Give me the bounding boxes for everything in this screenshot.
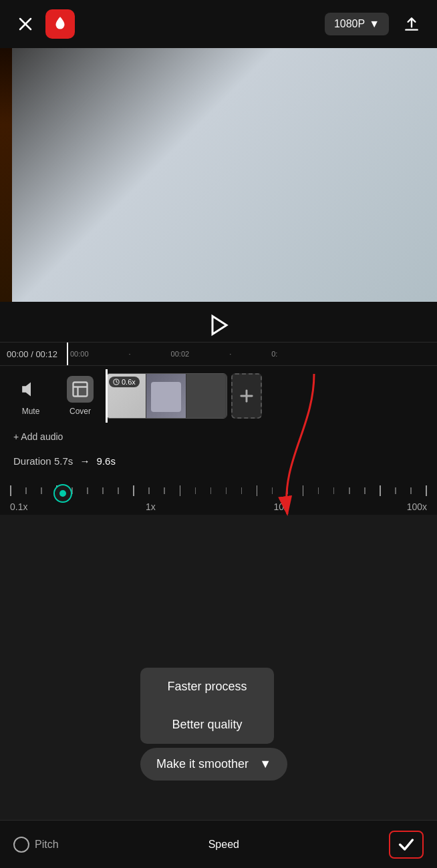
duration-from: 5.7s (54, 455, 73, 467)
top-bar: 1080P ▼ (0, 0, 437, 48)
duration-arrow: → (80, 455, 90, 467)
svg-marker-2 (212, 316, 227, 335)
add-audio-button[interactable]: + Add audio (13, 431, 424, 442)
timeline-track[interactable]: 00:00 · 00:02 · 0: (67, 342, 430, 366)
faster-process-option[interactable]: Faster process (140, 668, 274, 706)
better-quality-option[interactable]: Better quality (140, 706, 274, 744)
app-logo (45, 9, 75, 39)
timeline-row[interactable]: 00:00 / 00:12 00:00 · 00:02 · 0: (0, 342, 437, 366)
resolution-label: 1080P (334, 18, 365, 30)
add-audio-row: + Add audio (0, 426, 437, 447)
confirm-button[interactable] (389, 831, 424, 859)
time-display: 00:00 / 00:12 (7, 349, 67, 359)
resolution-button[interactable]: 1080P ▼ (325, 13, 389, 35)
speed-thumb[interactable] (53, 484, 72, 503)
video-preview (0, 48, 437, 302)
mute-label: Mute (22, 407, 40, 416)
speed-0-1x: 0.1x (10, 501, 27, 512)
upload-button[interactable] (400, 12, 424, 36)
speed-tab-label: Speed (208, 839, 239, 851)
timeline-marks: 00:00 · 00:02 · 0: (67, 342, 430, 366)
smoother-label: Make it smoother (156, 757, 249, 771)
speed-badge: 0.6x (109, 377, 140, 387)
close-button[interactable] (13, 12, 37, 36)
strip-frame-2 (146, 374, 186, 419)
pitch-circle-icon (13, 837, 29, 853)
video-edge (0, 48, 12, 302)
speed-thumb-inner (59, 490, 66, 497)
speed-100x: 100x (407, 501, 427, 512)
strip-frame-3 (186, 374, 227, 419)
speed-10x: 10x (273, 501, 289, 512)
speed-tab[interactable]: Speed (208, 839, 239, 851)
smoother-dropdown-icon: ▼ (259, 757, 271, 771)
mute-button[interactable]: Mute (11, 376, 51, 416)
controls-area: 00:00 / 00:12 00:00 · 00:02 · 0: Mute (0, 302, 437, 515)
pitch-tab[interactable]: Pitch (13, 837, 59, 853)
cover-label: Cover (69, 407, 91, 416)
speed-slider-row[interactable]: 0.1x 1x 10x 100x (0, 475, 437, 515)
svg-rect-4 (74, 383, 88, 397)
cover-button[interactable]: Cover (60, 376, 100, 416)
speed-labels-row: 0.1x 1x 10x 100x (7, 497, 430, 513)
speed-badge-text: 0.6x (122, 378, 136, 386)
dropdown-icon: ▼ (369, 18, 380, 30)
add-audio-label: + Add audio (13, 431, 63, 442)
svg-marker-3 (23, 384, 30, 395)
duration-label: Duration (13, 455, 54, 467)
duration-row: Duration 5.7s → 9.6s (0, 447, 437, 475)
timeline-cursor (67, 342, 68, 366)
duration-to: 9.6s (97, 455, 116, 467)
bottom-bar: Pitch Speed (0, 820, 437, 868)
mute-icon-wrap (17, 376, 44, 403)
video-strip[interactable]: 0.6x (106, 373, 227, 419)
pitch-label: Pitch (35, 839, 59, 851)
speed-1x: 1x (146, 501, 156, 512)
play-button[interactable] (205, 312, 232, 339)
play-row (0, 308, 437, 342)
cover-icon-wrap (67, 376, 94, 403)
context-menu: Faster process Better quality (140, 668, 274, 744)
make-smoother-button[interactable]: Make it smoother ▼ (140, 748, 287, 781)
add-clip-button[interactable] (231, 373, 262, 419)
